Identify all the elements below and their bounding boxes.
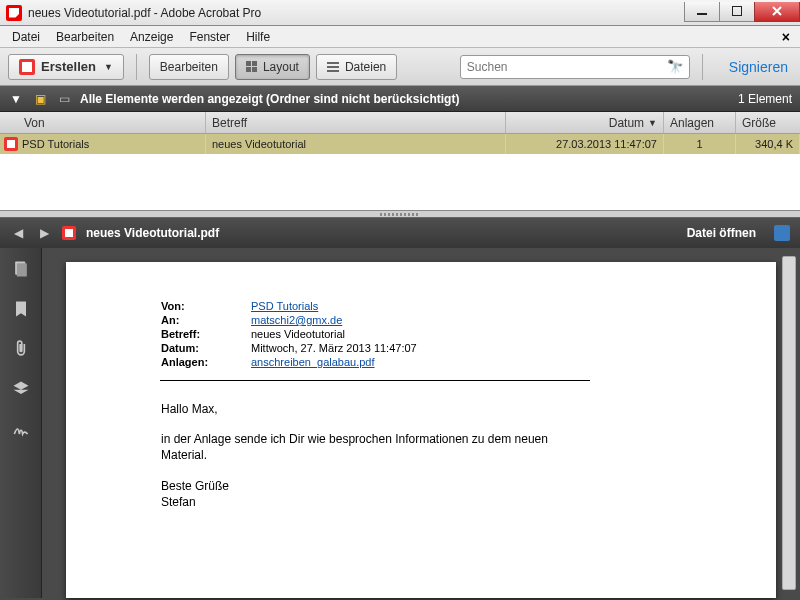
create-label: Erstellen: [41, 59, 96, 74]
layout-button[interactable]: Layout: [235, 54, 310, 80]
email-attachment[interactable]: anschreiben_galabau.pdf: [251, 356, 375, 368]
menu-bearbeiten[interactable]: Bearbeiten: [48, 28, 122, 46]
label-datum: Datum:: [161, 342, 251, 354]
preview-filename: neues Videotutorial.pdf: [86, 226, 219, 240]
pdf-icon: [4, 137, 18, 151]
column-betreff[interactable]: Betreff: [206, 112, 506, 133]
filter-icon[interactable]: ▼: [8, 91, 24, 107]
filter-text: Alle Elemente werden angezeigt (Ordner s…: [80, 92, 459, 106]
column-von[interactable]: Von: [0, 112, 206, 133]
acrobat-app-icon: [6, 5, 22, 21]
pdf-page: Von: PSD Tutorials An: matschi2@gmx.de B…: [66, 262, 776, 598]
vertical-scrollbar[interactable]: [782, 256, 796, 590]
menu-anzeige[interactable]: Anzeige: [122, 28, 181, 46]
close-button[interactable]: [754, 2, 800, 22]
column-groesse[interactable]: Größe: [736, 112, 800, 133]
element-count: 1 Element: [738, 92, 792, 106]
nav-prev-icon[interactable]: ◀: [10, 225, 26, 241]
bookmarks-panel-icon[interactable]: [10, 298, 32, 320]
table-header: Von Betreff Datum▼ Anlagen Größe: [0, 112, 800, 134]
cell-anlagen: 1: [696, 138, 702, 150]
menu-fenster[interactable]: Fenster: [181, 28, 238, 46]
label-anlagen: Anlagen:: [161, 356, 251, 368]
binoculars-icon: 🔭: [667, 59, 683, 74]
email-signature: Stefan: [161, 494, 581, 510]
document-close-icon[interactable]: ×: [776, 29, 796, 45]
navigation-panel: [0, 248, 42, 598]
column-datum[interactable]: Datum▼: [506, 112, 664, 133]
divider: [160, 380, 590, 381]
menu-hilfe[interactable]: Hilfe: [238, 28, 278, 46]
menu-bar: Datei Bearbeiten Anzeige Fenster Hilfe ×: [0, 26, 800, 48]
window-title: neues Videotutorial.pdf - Adobe Acrobat …: [28, 6, 261, 20]
attachments-panel-icon[interactable]: [10, 338, 32, 360]
create-button[interactable]: Erstellen ▼: [8, 54, 124, 80]
layers-panel-icon[interactable]: [10, 378, 32, 400]
chevron-down-icon: ▼: [104, 62, 113, 72]
email-subject: neues Videotutorial: [251, 328, 716, 340]
label-von: Von:: [161, 300, 251, 312]
minimize-button[interactable]: [684, 2, 720, 22]
email-closing: Beste Grüße: [161, 478, 581, 494]
label-an: An:: [161, 314, 251, 326]
pane-splitter[interactable]: [0, 210, 800, 218]
grid-icon: [246, 61, 257, 72]
pages-panel-icon[interactable]: [10, 258, 32, 280]
preview-header: ◀ ▶ neues Videotutorial.pdf Datei öffnen: [0, 218, 800, 248]
page-viewport: Von: PSD Tutorials An: matschi2@gmx.de B…: [42, 248, 800, 598]
menu-datei[interactable]: Datei: [4, 28, 48, 46]
maximize-button[interactable]: [719, 2, 755, 22]
search-input[interactable]: Suchen 🔭: [460, 55, 690, 79]
main-toolbar: Erstellen ▼ Bearbeiten Layout Dateien Su…: [0, 48, 800, 86]
email-body: in der Anlage sende ich Dir wie besproch…: [161, 431, 581, 463]
edit-label: Bearbeiten: [160, 60, 218, 74]
label-betreff: Betreff:: [161, 328, 251, 340]
sort-caret-icon: ▼: [648, 118, 657, 128]
cell-groesse: 340,4 K: [755, 138, 793, 150]
cell-betreff: neues Videotutorial: [212, 138, 306, 150]
email-date: Mittwoch, 27. März 2013 11:47:07: [251, 342, 716, 354]
edit-button[interactable]: Bearbeiten: [149, 54, 229, 80]
window-titlebar: neues Videotutorial.pdf - Adobe Acrobat …: [0, 0, 800, 26]
email-from[interactable]: PSD Tutorials: [251, 300, 318, 312]
signatures-panel-icon[interactable]: [10, 418, 32, 440]
cell-datum: 27.03.2013 11:47:07: [556, 138, 657, 150]
search-placeholder: Suchen: [467, 60, 508, 74]
sign-button[interactable]: Signieren: [729, 59, 788, 75]
svg-rect-3: [16, 263, 26, 276]
table-row[interactable]: PSD Tutorials neues Videotutorial 27.03.…: [0, 134, 800, 154]
table-body: PSD Tutorials neues Videotutorial 27.03.…: [0, 134, 800, 210]
pdf-icon: [62, 226, 76, 240]
list-icon: [327, 62, 339, 72]
files-button[interactable]: Dateien: [316, 54, 397, 80]
svg-rect-0: [697, 13, 707, 15]
export-icon[interactable]: [774, 225, 790, 241]
nav-next-icon[interactable]: ▶: [36, 225, 52, 241]
preview-body: Von: PSD Tutorials An: matschi2@gmx.de B…: [0, 248, 800, 598]
create-icon: [19, 59, 35, 75]
window-icon[interactable]: ▭: [56, 91, 72, 107]
email-to[interactable]: matschi2@gmx.de: [251, 314, 342, 326]
layout-label: Layout: [263, 60, 299, 74]
column-anlagen[interactable]: Anlagen: [664, 112, 736, 133]
email-greeting: Hallo Max,: [161, 401, 581, 417]
open-file-button[interactable]: Datei öffnen: [687, 226, 756, 240]
files-label: Dateien: [345, 60, 386, 74]
filter-bar: ▼ ▣ ▭ Alle Elemente werden angezeigt (Or…: [0, 86, 800, 112]
svg-rect-1: [732, 6, 742, 16]
folder-open-icon[interactable]: ▣: [32, 91, 48, 107]
cell-von: PSD Tutorials: [22, 138, 89, 150]
